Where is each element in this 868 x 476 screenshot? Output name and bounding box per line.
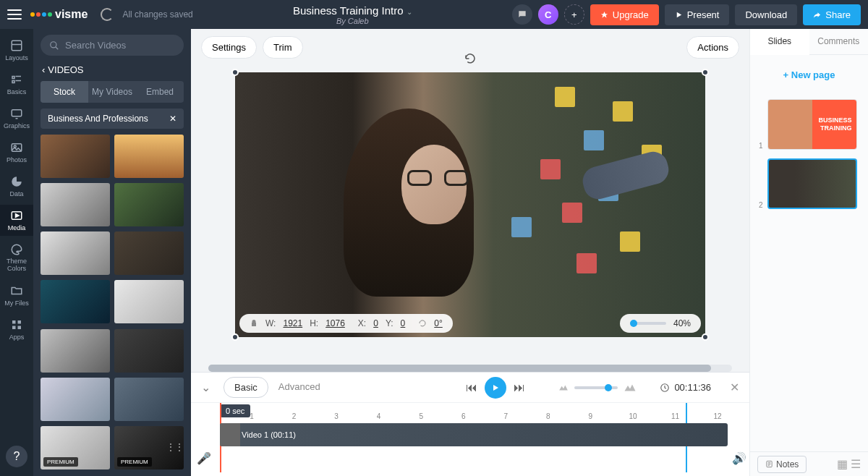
slide-thumbnail[interactable]: BUSINESSTRAINING <box>767 99 857 150</box>
search-placeholder: Search Videos <box>65 40 126 51</box>
time-display: 00:11:36 <box>660 382 711 393</box>
sidebar-item-basics[interactable]: Basics <box>0 69 33 100</box>
resize-handle[interactable] <box>702 333 709 341</box>
video-thumb[interactable] <box>41 183 110 226</box>
graphics-icon <box>10 107 23 120</box>
add-collaborator-icon[interactable]: + <box>564 4 584 25</box>
svg-rect-5 <box>12 320 16 324</box>
project-title-area[interactable]: Business Training Intro ⌄ By Caleb <box>202 4 503 25</box>
video-clip[interactable]: Video 1 (00:11) <box>220 423 728 446</box>
microphone-icon[interactable]: 🎤 <box>197 451 211 465</box>
trim-button[interactable]: Trim <box>263 36 303 59</box>
skip-back-icon[interactable]: ⏮ <box>463 379 480 396</box>
video-thumb[interactable] <box>114 378 184 421</box>
share-button[interactable]: Share <box>803 4 861 25</box>
dimensions-bar[interactable]: W:1921 H:1076 X:0 Y:0 0° <box>239 314 453 333</box>
upgrade-button[interactable]: Upgrade <box>590 4 659 25</box>
timeline-tab-advanced[interactable]: Advanced <box>268 377 331 398</box>
close-icon[interactable]: ✕ <box>169 114 176 124</box>
present-button[interactable]: Present <box>665 4 730 25</box>
notes-icon <box>765 460 773 468</box>
video-thumb[interactable] <box>114 135 184 178</box>
list-view-icon[interactable]: ☰ <box>851 457 861 471</box>
timeline-tab-basic[interactable]: Basic <box>224 377 268 398</box>
photos-icon <box>10 141 23 154</box>
sidebar-item-myfiles[interactable]: My Files <box>0 280 33 311</box>
drag-handle-icon[interactable]: ⋮⋮ <box>166 442 184 452</box>
sidebar-item-data[interactable]: Data <box>0 171 33 202</box>
search-input[interactable]: Search Videos <box>41 35 184 56</box>
sidebar-item-graphics[interactable]: Graphics <box>0 103 33 134</box>
resize-handle[interactable] <box>702 69 709 76</box>
slide-number: 1 <box>759 142 763 150</box>
skip-forward-icon[interactable]: ⏭ <box>511 379 528 396</box>
sidebar-item-media[interactable]: Media <box>0 205 33 236</box>
timeline-ruler[interactable]: 1 2 3 4 5 6 7 8 9 10 11 12 <box>220 403 749 422</box>
sidebar-item-themecolors[interactable]: Theme Colors <box>0 239 33 277</box>
project-title: Business Training Intro <box>293 4 404 17</box>
chat-icon[interactable] <box>512 4 532 25</box>
video-thumb[interactable] <box>41 280 110 323</box>
tab-my-videos[interactable]: My Videos <box>88 81 136 103</box>
close-timeline-icon[interactable]: ✕ <box>730 381 739 394</box>
video-thumb[interactable] <box>41 329 110 373</box>
canvas-hscrollbar[interactable] <box>208 365 732 372</box>
slide-item[interactable]: 1 BUSINESSTRAINING <box>759 99 859 150</box>
opacity-control[interactable]: 40% <box>620 314 701 333</box>
resize-handle[interactable] <box>231 69 239 76</box>
actions-button[interactable]: Actions <box>686 36 739 59</box>
audio-track[interactable]: 🎤 🔊 <box>220 448 749 468</box>
layouts-icon <box>10 39 23 52</box>
brand-logo[interactable]: visme <box>30 8 88 21</box>
help-button[interactable]: ? <box>6 446 27 467</box>
selected-video-frame[interactable]: W:1921 H:1076 X:0 Y:0 0° 40% <box>235 72 705 337</box>
media-icon <box>10 209 23 222</box>
new-page-button[interactable]: + New page <box>759 64 859 86</box>
plus-icon: + <box>783 69 791 80</box>
zoom-out-icon[interactable] <box>558 384 569 391</box>
hamburger-menu-icon[interactable] <box>7 9 22 20</box>
tab-stock[interactable]: Stock <box>41 81 88 103</box>
video-thumb[interactable] <box>114 183 184 226</box>
play-button[interactable] <box>485 377 506 399</box>
tab-comments[interactable]: Comments <box>809 29 869 54</box>
save-status: All changes saved <box>122 9 192 20</box>
video-thumbnail-grid: PREMIUM PREMIUM <box>41 135 184 470</box>
undo-icon[interactable] <box>101 8 114 21</box>
notes-button[interactable]: Notes <box>757 456 807 473</box>
tab-slides[interactable]: Slides <box>750 29 809 55</box>
speaker-icon[interactable]: 🔊 <box>732 451 746 465</box>
resize-handle[interactable] <box>231 333 239 341</box>
sidebar-item-photos[interactable]: Photos <box>0 137 33 168</box>
video-thumb[interactable] <box>114 329 184 373</box>
sidebar-item-apps[interactable]: Apps <box>0 314 33 345</box>
video-thumb[interactable] <box>114 280 184 323</box>
data-icon <box>10 175 23 188</box>
download-button[interactable]: Download <box>735 4 797 25</box>
video-thumb[interactable] <box>114 231 184 275</box>
back-videos-button[interactable]: ‹ VIDEOS <box>42 64 182 75</box>
svg-point-9 <box>51 41 56 47</box>
settings-button[interactable]: Settings <box>201 36 257 59</box>
user-avatar[interactable]: C <box>538 4 558 25</box>
video-thumb[interactable] <box>41 378 110 421</box>
video-thumb[interactable] <box>41 231 110 275</box>
media-source-tabs: Stock My Videos Embed <box>41 81 184 103</box>
video-thumb[interactable]: PREMIUM <box>41 426 110 469</box>
slide-number: 2 <box>759 201 763 209</box>
video-thumb[interactable] <box>41 135 110 178</box>
slide-thumbnail[interactable] <box>767 158 857 209</box>
folder-icon <box>10 284 23 297</box>
timeline-zoom-slider[interactable] <box>574 386 618 389</box>
rotate-icon[interactable] <box>418 319 427 328</box>
grid-view-icon[interactable]: ▦ <box>837 457 848 471</box>
filter-chip[interactable]: Business And Professions ✕ <box>41 109 184 129</box>
zoom-in-icon[interactable] <box>624 383 637 392</box>
sidebar-item-layouts[interactable]: Layouts <box>0 35 33 66</box>
tab-embed[interactable]: Embed <box>136 81 184 103</box>
rotate-handle-icon[interactable] <box>464 52 477 65</box>
video-preview <box>235 72 705 337</box>
lock-icon[interactable] <box>250 319 258 328</box>
slide-item[interactable]: 2 <box>759 158 859 209</box>
collapse-timeline-icon[interactable]: ⌄ <box>201 381 210 394</box>
